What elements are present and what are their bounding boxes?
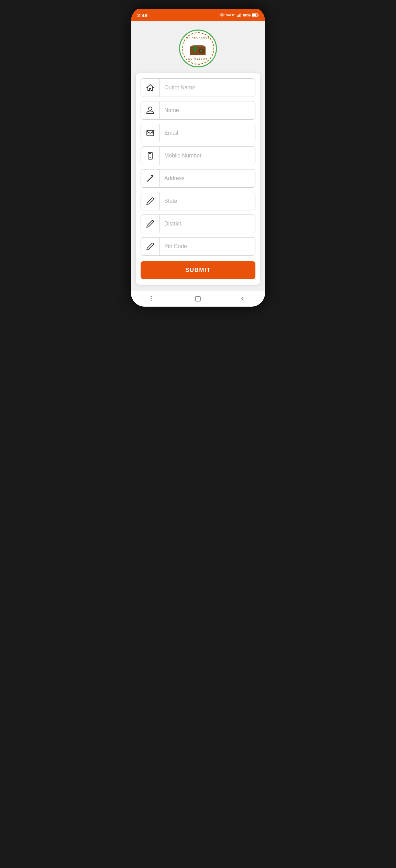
nav-home-icon bbox=[194, 295, 202, 303]
email-icon-wrap bbox=[141, 124, 160, 142]
nav-home-button[interactable] bbox=[191, 292, 205, 306]
svg-rect-6 bbox=[258, 14, 259, 15]
svg-rect-15 bbox=[148, 152, 152, 159]
logo-inner: MY RECHARGE MY WALLET bbox=[182, 32, 214, 65]
person-icon-wrap bbox=[141, 101, 160, 119]
state-input[interactable] bbox=[160, 192, 255, 210]
status-icons: VoLTE 80% bbox=[219, 13, 259, 18]
logo-wallet-icon bbox=[189, 43, 207, 56]
signal-icon bbox=[237, 13, 242, 17]
screen: MY RECHARGE MY WALLET bbox=[131, 21, 265, 307]
person-icon bbox=[146, 106, 154, 114]
state-pencil-icon bbox=[146, 197, 154, 205]
outlet-name-field bbox=[141, 78, 255, 97]
logo-text-top: MY RECHARGE bbox=[186, 36, 210, 39]
status-time: 2:49 bbox=[137, 12, 147, 18]
svg-point-9 bbox=[200, 50, 202, 52]
menu-lines-icon bbox=[150, 296, 157, 302]
state-field bbox=[141, 192, 255, 210]
signal-text: VoLTE bbox=[226, 13, 235, 17]
svg-rect-1 bbox=[238, 15, 239, 17]
logo-text-bottom: MY WALLET bbox=[188, 58, 208, 61]
status-bar: 2:49 VoLTE 80% bbox=[131, 9, 265, 21]
address-pencil-icon bbox=[146, 174, 154, 183]
mobile-field bbox=[141, 146, 255, 165]
pincode-pencil-icon-wrap bbox=[141, 238, 160, 255]
svg-rect-2 bbox=[239, 14, 240, 17]
svg-rect-11 bbox=[194, 49, 196, 52]
district-field bbox=[141, 215, 255, 233]
svg-line-19 bbox=[148, 176, 153, 181]
battery-text: 80% bbox=[243, 13, 251, 17]
email-input[interactable] bbox=[160, 124, 255, 142]
svg-rect-23 bbox=[196, 296, 200, 301]
mobile-icon-wrap bbox=[141, 147, 160, 165]
mobile-input[interactable] bbox=[160, 147, 255, 165]
state-pencil-icon-wrap bbox=[141, 192, 160, 210]
district-input[interactable] bbox=[160, 215, 255, 233]
submit-button[interactable]: SUBMIT bbox=[141, 261, 255, 279]
phone-frame: 2:49 VoLTE 80% MY RECHARGE bbox=[131, 7, 265, 307]
logo-circle: MY RECHARGE MY WALLET bbox=[179, 30, 217, 67]
svg-rect-0 bbox=[237, 15, 238, 17]
email-field bbox=[141, 124, 255, 142]
home-icon bbox=[146, 84, 154, 92]
logo-area: MY RECHARGE MY WALLET bbox=[179, 21, 217, 73]
address-input[interactable] bbox=[160, 169, 255, 187]
outlet-name-input[interactable] bbox=[160, 79, 255, 97]
email-icon bbox=[146, 129, 154, 137]
nav-back-button[interactable] bbox=[236, 292, 250, 306]
home-icon-wrap bbox=[141, 79, 160, 97]
form-card: SUBMIT bbox=[136, 73, 260, 285]
pincode-pencil-icon bbox=[146, 242, 154, 251]
name-input[interactable] bbox=[160, 101, 255, 119]
nav-back-icon bbox=[240, 296, 246, 302]
address-field bbox=[141, 169, 255, 188]
nav-bar bbox=[131, 290, 265, 307]
name-field bbox=[141, 101, 255, 120]
svg-rect-3 bbox=[240, 13, 240, 17]
mobile-icon bbox=[146, 152, 154, 160]
pincode-field bbox=[141, 237, 255, 256]
battery-icon bbox=[252, 13, 259, 17]
district-pencil-icon bbox=[146, 220, 154, 228]
nav-menu-button[interactable] bbox=[146, 292, 160, 306]
pincode-input[interactable] bbox=[160, 238, 255, 255]
svg-rect-5 bbox=[252, 14, 256, 17]
address-pencil-icon-wrap bbox=[141, 169, 160, 187]
district-pencil-icon-wrap bbox=[141, 215, 160, 233]
wifi-icon bbox=[219, 13, 225, 18]
